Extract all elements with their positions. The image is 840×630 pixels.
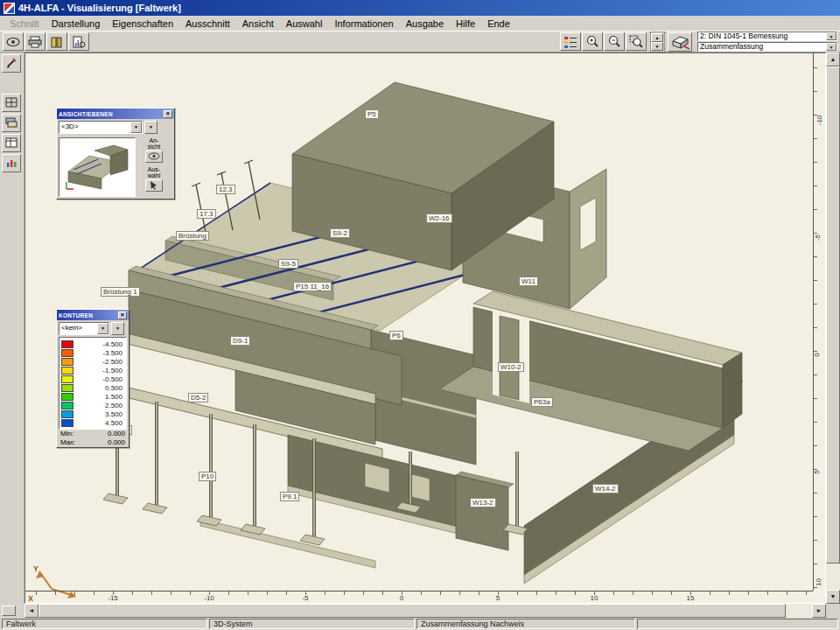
scroll-up-button[interactable]: ▲	[826, 52, 840, 66]
catalog-button[interactable]	[46, 32, 67, 51]
close-icon[interactable]: ×	[118, 312, 127, 319]
element-tag: Brüstung 1	[101, 287, 140, 297]
menu-darstellung[interactable]: Darstellung	[46, 17, 107, 31]
zoom-stepper: ▲ ▼	[651, 32, 664, 52]
ruler-horizontal: -15 -10 -5 0 5 10 15	[25, 591, 813, 603]
design-mode-select[interactable]: 2: DIN 1045-1 Bemessung ▼	[697, 32, 837, 41]
legend-swatch	[61, 419, 74, 427]
min-value: 0.000	[108, 430, 125, 438]
element-tag: S9-5	[278, 259, 298, 269]
selection-mode-button[interactable]	[145, 179, 163, 192]
chevron-down-icon[interactable]: ▼	[130, 122, 142, 133]
ruler-value: 5	[813, 470, 821, 473]
element-tag: W11	[519, 276, 538, 286]
menu-auswahl[interactable]: Auswahl	[280, 17, 329, 31]
viewport-3d[interactable]: Y X P5 12.3 17.3 S9-2 W2-16 Brüstung S9-…	[24, 52, 826, 604]
wing-end-wall	[723, 353, 742, 428]
zoom-out-button[interactable]	[604, 32, 625, 51]
scroll-left-button[interactable]: ◄	[24, 604, 38, 618]
books-icon	[50, 36, 64, 48]
ground-slab	[200, 519, 375, 568]
legend-swatch	[61, 375, 74, 383]
perspective-button[interactable]	[668, 32, 692, 52]
element-tag: P15 11_16	[293, 282, 332, 291]
chevron-down-icon[interactable]: ▼	[826, 43, 836, 51]
app-icon	[4, 3, 15, 14]
tree-list-icon	[564, 36, 578, 48]
konturen-palette: KONTUREN × <kein> ▼ ▼ -4.500 -3.500 -2.5…	[56, 309, 130, 448]
selection-mode-label: Aus- wahl	[143, 166, 165, 178]
table-icon	[5, 137, 18, 150]
menu-ansicht[interactable]: Ansicht	[236, 17, 280, 31]
status-panel-system: 3D-System	[209, 619, 415, 629]
status-bar: Faltwerk 3D-System Zusammenfassung Nachw…	[0, 618, 840, 630]
report-button[interactable]	[68, 32, 89, 51]
legend-swatch	[61, 367, 74, 374]
menu-ausgabe[interactable]: Ausgabe	[400, 17, 450, 31]
legend-value: -1.500	[74, 367, 124, 374]
element-tag: P63a	[531, 397, 553, 407]
menu-informationen[interactable]: Informationen	[328, 17, 399, 31]
grid-icon	[5, 97, 18, 109]
zoom-in-button[interactable]	[582, 32, 603, 51]
model-preview[interactable]	[59, 137, 136, 197]
step-up-button[interactable]: ▲	[651, 33, 663, 42]
ruler-value: 15	[687, 594, 695, 602]
close-icon[interactable]: ×	[164, 110, 172, 118]
toolbar: ▲ ▼ 2: DIN 1045-1 Bemessung ▼ Zusammenfa…	[0, 32, 840, 52]
scroll-down-button[interactable]: ▼	[826, 590, 840, 604]
view-button[interactable]	[3, 32, 24, 51]
menu-ausschnitt[interactable]: Ausschnitt	[179, 17, 236, 31]
legend-swatch	[61, 340, 74, 348]
horizontal-scroll-thumb[interactable]	[38, 604, 786, 618]
resize-grip[interactable]	[2, 606, 16, 616]
main-area: Y X P5 12.3 17.3 S9-2 W2-16 Brüstung S9-…	[0, 52, 840, 604]
ruler-value: -10	[816, 116, 823, 126]
layers-button[interactable]	[2, 114, 21, 132]
tree-button[interactable]	[560, 32, 581, 51]
element-tag: D9-1	[230, 336, 250, 346]
menu-ende[interactable]: Ende	[481, 17, 516, 31]
table-button[interactable]	[2, 134, 21, 152]
element-tag: W2-16	[426, 214, 452, 223]
legend-swatch	[61, 358, 74, 366]
menu-schnitt[interactable]: Schnitt	[4, 17, 46, 31]
step-down-button[interactable]: ▼	[651, 42, 663, 51]
info-button[interactable]	[2, 154, 21, 172]
scroll-right-button[interactable]: ►	[812, 604, 826, 618]
palette-title-bar[interactable]: KONTUREN ×	[57, 310, 129, 320]
mesh-button[interactable]	[2, 94, 21, 112]
view-mode-button[interactable]	[145, 150, 163, 163]
menu-eigenschaften[interactable]: Eigenschaften	[106, 17, 179, 31]
menu-hilfe[interactable]: Hilfe	[450, 17, 481, 31]
edit-button[interactable]	[2, 54, 21, 73]
zoom-window-button[interactable]	[626, 32, 647, 51]
palette-title-bar[interactable]: ANSICHT/EBENEN ×	[57, 108, 174, 119]
status-panel-project: Faltwerk	[2, 619, 207, 629]
layers-icon	[5, 117, 18, 130]
print-button[interactable]	[24, 32, 46, 51]
element-tag: S9-2	[330, 228, 350, 238]
palette-title: KONTUREN	[59, 312, 93, 318]
contour-options-button[interactable]: ▼	[111, 322, 124, 335]
view-select[interactable]: <3D> ▼	[59, 121, 143, 134]
result-set-select[interactable]: Zusammenfassung ▼	[697, 42, 837, 52]
chevron-down-icon[interactable]: ▼	[97, 323, 108, 334]
horizontal-scrollbar[interactable]: ◄ ►	[24, 604, 826, 618]
vertical-scroll-thumb[interactable]	[826, 66, 840, 564]
view-mode-label: An- sicht	[143, 137, 165, 150]
element-tag: Brüstung	[176, 231, 209, 241]
chevron-down-icon[interactable]: ▼	[826, 32, 836, 40]
legend-value: 3.500	[74, 410, 124, 418]
contour-select[interactable]: <kein> ▼	[59, 322, 109, 335]
contour-legend: -4.500 -3.500 -2.500 -1.500 -0.500 0.500…	[59, 337, 127, 430]
legend-swatch	[61, 393, 74, 401]
printer-icon	[28, 36, 42, 48]
design-mode-value: 2: DIN 1045-1 Bemessung	[698, 32, 826, 40]
view-options-button[interactable]: ▼	[144, 121, 158, 134]
legend-swatch	[61, 349, 74, 357]
ruler-value: 5	[496, 594, 500, 602]
ruler-value: 0	[813, 353, 821, 356]
max-value: 0.000	[108, 438, 125, 447]
vertical-scrollbar[interactable]: ▲ ▼	[826, 52, 840, 604]
